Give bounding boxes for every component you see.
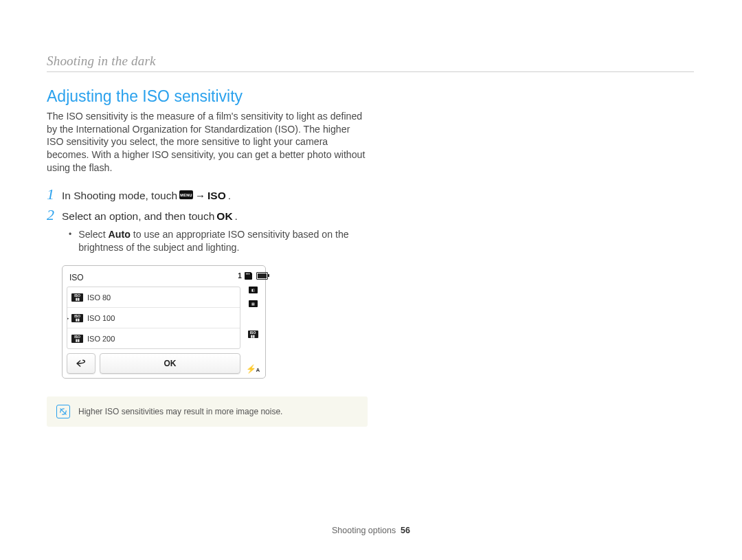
step-2-text-pre: Select an option, and then touch — [62, 210, 214, 223]
footer-section: Shooting options — [332, 526, 396, 535]
step-2: 2 Select an option, and then touch OK. — [47, 208, 368, 223]
memory-card-icon — [244, 272, 254, 280]
step-number: 1 — [47, 187, 62, 202]
page-footer: Shooting options 56 — [0, 526, 742, 535]
option-label: ISO 100 — [87, 314, 115, 322]
footer-page-number: 56 — [401, 526, 410, 535]
screen-side-icons: 1 ◧ ▦ ISO▮▮ ⚡A — [245, 270, 261, 374]
note-text: Higher ISO sensitivities may result in m… — [78, 407, 282, 416]
iso-chip-icon: ISO▮▮ — [71, 335, 83, 343]
back-arrow-icon — [76, 359, 87, 368]
intro-paragraph: The ISO sensitivity is the measure of a … — [47, 110, 368, 175]
note-icon — [56, 405, 70, 418]
auto-bold: Auto — [109, 229, 131, 240]
list-item[interactable]: ▸ ISO▮▮ ISO 100 — [67, 308, 240, 328]
camera-screen: ISO ISO▮▮ ISO 80 ▸ ISO▮▮ ISO 100 ISO▮▮ I… — [62, 265, 266, 379]
mode-icon: ◧ — [249, 287, 258, 293]
bullet-pre: Select — [78, 229, 108, 240]
step-number: 2 — [47, 208, 62, 223]
menu-icon: MENU — [179, 190, 193, 199]
section-heading: Adjusting the ISO sensitivity — [47, 87, 368, 106]
screen-title: ISO — [67, 270, 240, 287]
divider — [47, 71, 694, 72]
selected-indicator-icon: ▸ — [67, 315, 69, 322]
ok-label: OK — [216, 210, 232, 223]
flash-auto-icon: ⚡A — [246, 364, 260, 374]
iso-option-list: ISO▮▮ ISO 80 ▸ ISO▮▮ ISO 100 ISO▮▮ ISO 2… — [67, 287, 240, 349]
note-box: Higher ISO sensitivities may result in m… — [47, 396, 368, 427]
option-label: ISO 80 — [87, 293, 111, 302]
iso-chip-icon: ISO▮▮ — [71, 293, 83, 302]
metering-icon: ▦ — [249, 300, 258, 307]
iso-label: ISO — [207, 190, 226, 202]
svg-rect-0 — [246, 273, 247, 275]
step-2-text-post: . — [235, 210, 238, 223]
step-1-text-post: . — [228, 190, 231, 202]
svg-rect-2 — [249, 273, 249, 275]
step-1: 1 In Shooting mode, touch MENU → ISO. — [47, 187, 368, 202]
battery-icon — [256, 272, 268, 280]
ok-button[interactable]: OK — [100, 353, 240, 374]
list-item[interactable]: ISO▮▮ ISO 80 — [67, 287, 240, 308]
arrow-icon: → — [195, 190, 205, 201]
list-item[interactable]: ISO▮▮ ISO 200 — [67, 328, 240, 348]
back-button[interactable] — [67, 353, 95, 374]
iso-chip-icon: ISO▮▮ — [71, 314, 83, 322]
chapter-title: Shooting in the dark — [47, 54, 694, 69]
option-label: ISO 200 — [87, 335, 115, 343]
shot-count: 1 — [238, 272, 242, 280]
step-1-text-pre: In Shooting mode, touch — [62, 190, 177, 202]
sub-bullet: Select Auto to use an appropriate ISO se… — [69, 228, 368, 254]
svg-rect-1 — [247, 273, 248, 275]
iso-status-icon: ISO▮▮ — [248, 331, 258, 338]
